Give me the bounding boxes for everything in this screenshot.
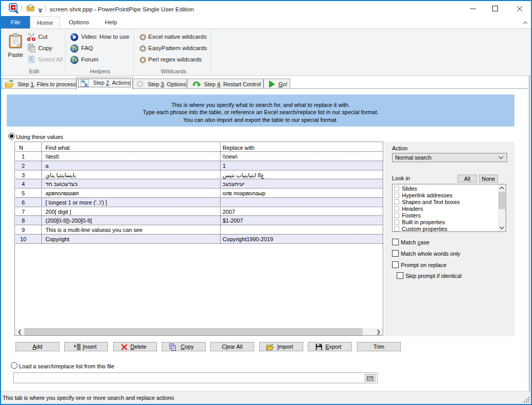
svg-text:a: a — [85, 81, 88, 87]
